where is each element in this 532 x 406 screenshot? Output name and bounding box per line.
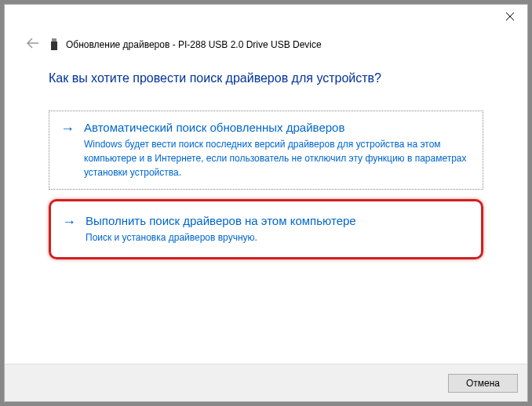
device-icon bbox=[50, 38, 58, 51]
option-title: Выполнить поиск драйверов на этом компью… bbox=[86, 214, 470, 227]
option-browse-computer[interactable]: → Выполнить поиск драйверов на этом комп… bbox=[49, 199, 483, 259]
header: Обновление драйверов - PI-288 USB 2.0 Dr… bbox=[5, 33, 527, 62]
window-title: Обновление драйверов - PI-288 USB 2.0 Dr… bbox=[66, 39, 322, 50]
option-body: Выполнить поиск драйверов на этом компью… bbox=[86, 214, 470, 245]
close-button[interactable] bbox=[492, 5, 527, 28]
arrow-right-icon: → bbox=[60, 121, 75, 136]
option-auto-search[interactable]: → Автоматический поиск обновленных драйв… bbox=[49, 111, 483, 190]
footer: Отмена bbox=[5, 364, 527, 401]
svg-rect-3 bbox=[51, 42, 57, 50]
page-heading: Как вы хотите провести поиск драйверов д… bbox=[49, 71, 483, 85]
cancel-button[interactable]: Отмена bbox=[448, 374, 518, 393]
option-desc: Windows будет вести поиск последних верс… bbox=[84, 137, 472, 179]
option-title: Автоматический поиск обновленных драйвер… bbox=[84, 121, 472, 134]
back-arrow-icon bbox=[24, 33, 42, 56]
titlebar bbox=[5, 5, 527, 33]
close-icon bbox=[506, 13, 514, 20]
svg-rect-2 bbox=[52, 38, 56, 42]
arrow-right-icon: → bbox=[62, 214, 76, 230]
content: Как вы хотите провести поиск драйверов д… bbox=[5, 62, 527, 364]
driver-update-wizard: Обновление драйверов - PI-288 USB 2.0 Dr… bbox=[4, 4, 528, 402]
option-body: Автоматический поиск обновленных драйвер… bbox=[84, 121, 472, 179]
option-desc: Поиск и установка драйверов вручную. bbox=[86, 230, 470, 245]
